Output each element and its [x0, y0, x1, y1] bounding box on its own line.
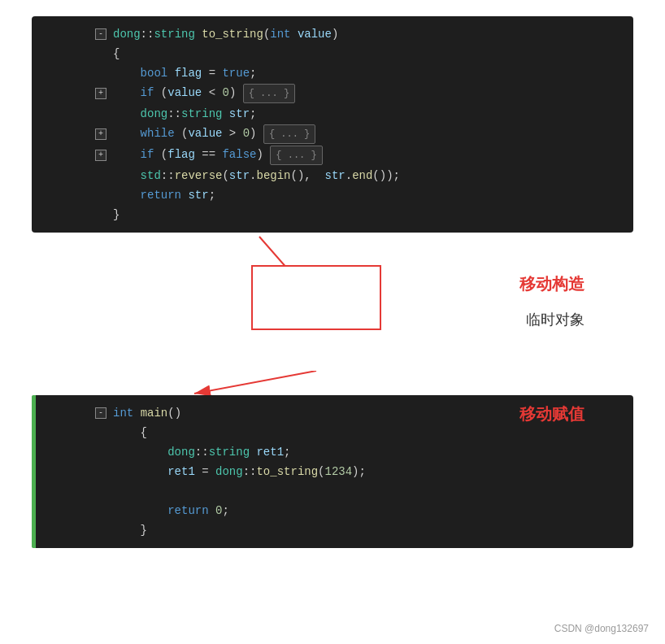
bottom-code-content-6: return 0; — [113, 502, 625, 520]
bottom-code-line-3: dong::string ret1; — [32, 442, 633, 462]
code-line-2: { — [32, 44, 633, 63]
code-line-1: - dong::string to_string(int value) — [32, 24, 633, 44]
code-line-10: } — [32, 205, 633, 224]
code-content-6: while (value > 0) { ... } — [113, 124, 625, 144]
code-line-5: dong::string str; — [32, 104, 633, 124]
code-content-8: std::reverse(str.begin(), str.end()); — [113, 167, 625, 185]
page-container: - dong::string to_string(int value) { bo… — [0, 0, 665, 644]
code-line-9: return str; — [32, 185, 633, 205]
code-content-7: if (flag == false) { ... } — [113, 146, 625, 165]
code-content-5: dong::string str; — [113, 105, 625, 123]
bottom-code-content-2: { — [113, 424, 625, 442]
gutter-1: - — [32, 28, 113, 40]
bottom-code-line-2: { — [32, 423, 633, 442]
move-assign-label: 移动赋值 — [519, 403, 585, 425]
bottom-code-block: 移动赋值 - int main() { dong::string ret1; — [32, 395, 633, 548]
bottom-gutter-1: - — [32, 407, 113, 419]
code-content-4: if (value < 0) { ... } — [113, 84, 625, 103]
bottom-code-line-7: } — [32, 520, 633, 540]
code-line-4: + if (value < 0) { ... } — [32, 83, 633, 104]
code-content-10: } — [113, 206, 625, 224]
collapse-btn-7[interactable]: + — [95, 150, 106, 161]
code-content-1: dong::string to_string(int value) — [113, 25, 625, 43]
temp-obj-label: 临时对象 — [526, 310, 585, 329]
collapse-btn-b1[interactable]: - — [95, 407, 106, 419]
bottom-code-line-5 — [32, 481, 633, 501]
middle-section: 移动构造 临时对象 — [32, 233, 633, 371]
code-line-6: + while (value > 0) { ... } — [32, 124, 633, 145]
move-construct-label: 移动构造 — [519, 273, 585, 295]
green-bar — [32, 395, 36, 548]
gutter-7: + — [32, 150, 113, 161]
bottom-code-content-4: ret1 = dong::to_string(1234); — [113, 463, 625, 481]
bottom-code-content-3: dong::string ret1; — [113, 443, 625, 461]
code-line-3: bool flag = true; — [32, 63, 633, 83]
watermark: CSDN @dong132697 — [554, 623, 649, 634]
bottom-code-section: 移动赋值 - int main() { dong::string ret1; — [32, 395, 633, 548]
top-code-block: - dong::string to_string(int value) { bo… — [32, 16, 633, 233]
code-content-2: { — [113, 45, 625, 63]
collapse-btn-1[interactable]: - — [95, 28, 106, 40]
top-code-section: - dong::string to_string(int value) { bo… — [32, 16, 633, 233]
temp-obj-box — [251, 265, 381, 330]
code-line-7: + if (flag == false) { ... } — [32, 145, 633, 166]
bottom-code-line-6: return 0; — [32, 501, 633, 520]
arrow-section-2 — [32, 371, 633, 395]
arrow2-svg — [32, 371, 633, 395]
collapse-btn-4[interactable]: + — [95, 88, 106, 99]
bottom-code-content-5 — [113, 482, 625, 500]
gutter-6: + — [32, 128, 113, 140]
gutter-4: + — [32, 88, 113, 99]
code-content-3: bool flag = true; — [113, 64, 625, 82]
bottom-code-content-7: } — [113, 521, 625, 539]
code-content-9: return str; — [113, 186, 625, 204]
svg-line-3 — [194, 371, 316, 394]
bottom-code-line-4: ret1 = dong::to_string(1234); — [32, 462, 633, 481]
collapse-btn-6[interactable]: + — [95, 128, 106, 140]
code-line-8: std::reverse(str.begin(), str.end()); — [32, 166, 633, 185]
